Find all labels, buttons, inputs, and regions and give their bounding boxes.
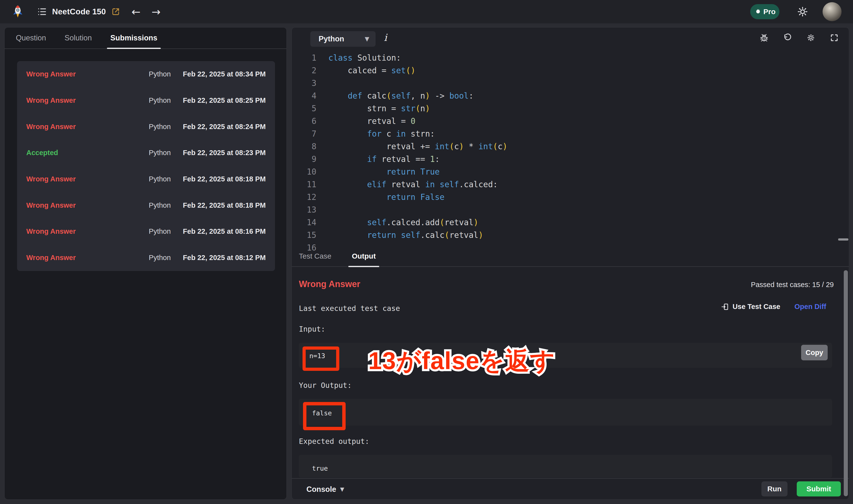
code-line: 2 calced = set() [292,64,840,77]
open-diff-link[interactable]: Open Diff [795,303,827,311]
left-tabs: Question Solution Submissions [5,28,286,49]
code-line: 1class Solution: [292,52,840,64]
theme-toggle-icon[interactable] [797,6,808,17]
left-tab[interactable]: Question [16,28,46,49]
io-tab[interactable]: Test Case [299,246,331,267]
language-dropdown-value: Python [310,35,344,43]
output-scrollbar[interactable] [844,270,848,496]
pro-label: Pro [763,7,776,16]
code-line: 7 for c in strn: [292,128,840,140]
submission-row[interactable]: Wrong Answer Python Feb 22, 2025 at 08:3… [17,61,275,87]
submission-date: Feb 22, 2025 at 08:34 PM [178,70,266,78]
problem-panel: Question Solution Submissions Wrong Answ… [4,27,287,500]
debug-bug-icon[interactable] [760,33,768,42]
submission-language: Python [142,175,178,183]
annotation-text: 13がfalseを返す 13がfalseを返す [368,345,587,379]
course-title: NeetCode 150 [52,7,106,16]
language-dropdown[interactable]: Python ▼ [310,31,376,47]
io-tabs: Test Case Output [292,246,849,267]
line-number: 7 [292,128,316,140]
code-line: 4 def calc(self, n) -> bool: [292,90,840,102]
neetcode-app: NeetCode 150 ← → Pro [0,0,853,504]
code-line: 13 [292,203,840,216]
list-icon [37,7,47,17]
code-line: 5 strn = str(n) [292,102,840,115]
submission-date: Feb 22, 2025 at 08:24 PM [178,123,266,131]
last-executed-label: Last executed test case [299,304,400,313]
external-link-icon[interactable] [111,7,120,16]
submissions-list: Wrong Answer Python Feb 22, 2025 at 08:3… [17,61,275,271]
submission-language: Python [142,149,178,157]
expected-output-label: Expected output: [299,437,369,446]
import-test-case-icon [721,303,729,311]
input-label: Input: [299,325,325,333]
code-line: 9 if retval == 1: [292,153,840,165]
submission-row[interactable]: Wrong Answer Python Feb 22, 2025 at 08:1… [17,192,275,218]
editor-toolbar [760,33,839,42]
forward-button[interactable]: → [152,0,161,23]
code-line: 8 retval += int(c) * int(c) [292,140,840,153]
submission-status: Wrong Answer [17,123,142,131]
use-test-case-button[interactable]: Use Test Case [721,303,780,311]
submission-status: Wrong Answer [17,254,142,262]
left-tab[interactable]: Solution [65,28,92,49]
submission-date: Feb 22, 2025 at 08:23 PM [178,149,266,157]
submission-language: Python [142,123,178,131]
code-line: 3 [292,77,840,90]
code-line: 14 self.calced.add(retval) [292,216,840,229]
submission-language: Python [142,70,178,78]
expected-output-value: true [312,465,328,472]
line-number: 9 [292,153,316,165]
fullscreen-icon[interactable] [830,33,839,42]
course-selector[interactable]: NeetCode 150 [37,0,120,23]
submission-row[interactable]: Wrong Answer Python Feb 22, 2025 at 08:1… [17,218,275,245]
console-chevron-icon: ▼ [340,486,344,492]
submission-row[interactable]: Wrong Answer Python Feb 22, 2025 at 08:2… [17,113,275,140]
flame-icon [754,8,761,15]
submission-date: Feb 22, 2025 at 08:18 PM [178,201,266,210]
rocket-logo-icon[interactable] [11,4,25,18]
submission-language: Python [142,228,178,235]
reset-code-icon[interactable] [783,33,792,42]
code-editor[interactable]: 1class Solution: 2 calced = set() 3 4 de… [292,52,840,254]
line-number: 12 [292,191,316,203]
annotation-box-input [303,346,339,371]
submission-language: Python [142,201,178,210]
your-output-label: Your Output: [299,381,352,390]
submission-date: Feb 22, 2025 at 08:12 PM [178,254,266,262]
line-number: 3 [292,77,316,90]
submit-button[interactable]: Submit [797,481,841,497]
line-number: 8 [292,140,316,153]
submission-status: Wrong Answer [17,175,142,183]
back-button[interactable]: ← [131,0,141,23]
submission-status: Wrong Answer [17,228,142,235]
info-icon[interactable]: i [384,32,387,43]
submission-date: Feb 22, 2025 at 08:25 PM [178,96,266,105]
line-number: 4 [292,90,316,102]
copy-button[interactable]: Copy [801,345,828,360]
avatar[interactable] [822,2,841,21]
line-number: 1 [292,52,316,64]
editor-panel: Python ▼ i [291,27,849,500]
submission-row[interactable]: Wrong Answer Python Feb 22, 2025 at 08:1… [17,245,275,271]
line-number: 15 [292,229,316,241]
submission-row[interactable]: Wrong Answer Python Feb 22, 2025 at 08:1… [17,166,275,192]
code-line: 12 return False [292,191,840,203]
submission-row[interactable]: Wrong Answer Python Feb 22, 2025 at 08:2… [17,87,275,114]
submission-status: Wrong Answer [17,96,142,105]
code-line: 10 return True [292,165,840,178]
console-footer: Console ▼ Run Submit [292,478,849,500]
pro-button[interactable]: Pro [750,4,779,19]
submission-status: Wrong Answer [17,70,142,78]
submission-row[interactable]: Accepted Python Feb 22, 2025 at 08:23 PM [17,140,275,166]
expected-output-block: true [299,455,832,478]
submission-date: Feb 22, 2025 at 08:18 PM [178,175,266,183]
editor-horizontal-scrollbar[interactable] [838,238,848,240]
left-tab[interactable]: Submissions [110,28,157,49]
editor-settings-gear-icon[interactable] [806,33,815,42]
line-number: 6 [292,115,316,128]
run-button[interactable]: Run [761,481,787,497]
io-tab[interactable]: Output [352,246,376,267]
code-line: 6 retval = 0 [292,115,840,128]
console-toggle[interactable]: Console ▼ [306,479,344,500]
